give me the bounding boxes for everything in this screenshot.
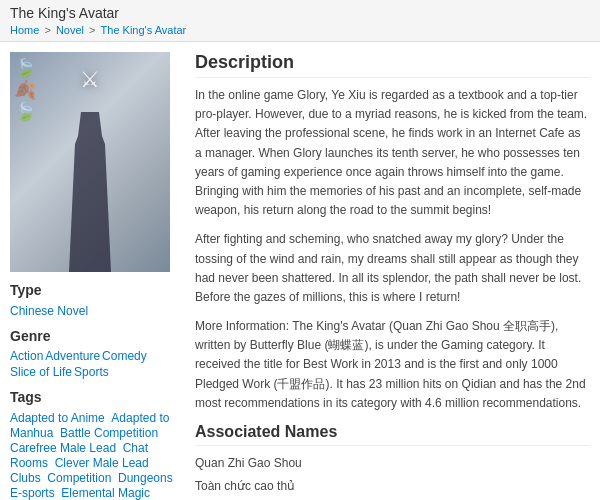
tag-clever-male-lead[interactable]: Clever Male Lead bbox=[55, 456, 149, 470]
left-column: ⚔ Type Chinese Novel Genre Action Advent… bbox=[10, 52, 185, 500]
page-header: The King's Avatar Home > Novel > The Kin… bbox=[0, 0, 600, 42]
description-p1: In the online game Glory, Ye Xiu is rega… bbox=[195, 86, 590, 220]
genre-action[interactable]: Action bbox=[10, 349, 43, 363]
cover-image: ⚔ bbox=[10, 52, 170, 272]
associated-names-list: Quan Zhi Gao ShouToàn chức cao thủเทพมาส… bbox=[195, 452, 590, 500]
description-title: Description bbox=[195, 52, 590, 78]
type-value: Chinese Novel bbox=[10, 303, 185, 318]
main-content: ⚔ Type Chinese Novel Genre Action Advent… bbox=[0, 42, 600, 500]
genre-sports[interactable]: Sports bbox=[74, 365, 109, 379]
breadcrumb: Home > Novel > The King's Avatar bbox=[10, 21, 590, 36]
cover-logo-icon: ⚔ bbox=[80, 67, 100, 93]
genre-comedy[interactable]: Comedy bbox=[102, 349, 147, 363]
associated-names-title: Associated Names bbox=[195, 423, 590, 446]
right-column: Description In the online game Glory, Ye… bbox=[195, 52, 590, 500]
breadcrumb-current[interactable]: The King's Avatar bbox=[101, 24, 187, 36]
tags-section-title: Tags bbox=[10, 389, 185, 405]
type-section-title: Type bbox=[10, 282, 185, 298]
tag-carefree-male-lead[interactable]: Carefree Male Lead bbox=[10, 441, 116, 455]
tag-elemental-magic[interactable]: Elemental Magic bbox=[61, 486, 150, 500]
cover-figure bbox=[40, 92, 140, 272]
genre-list: Action Adventure Comedy Slice of Life Sp… bbox=[10, 349, 185, 379]
description-p2: After fighting and scheming, who snatche… bbox=[195, 230, 590, 307]
assoc-name-item: Toàn chức cao thủ bbox=[195, 475, 590, 498]
tag-e-sports[interactable]: E-sports bbox=[10, 486, 55, 500]
tag-battle-competition[interactable]: Battle Competition bbox=[60, 426, 158, 440]
breadcrumb-home[interactable]: Home bbox=[10, 24, 39, 36]
genre-section-title: Genre bbox=[10, 328, 185, 344]
assoc-name-item: Quan Zhi Gao Shou bbox=[195, 452, 590, 475]
type-link[interactable]: Chinese Novel bbox=[10, 304, 88, 318]
tags-list: Adapted to Anime Adapted to Manhua Battl… bbox=[10, 410, 185, 500]
description-p3: More Information: The King's Avatar (Qua… bbox=[195, 317, 590, 413]
tag-clubs[interactable]: Clubs bbox=[10, 471, 41, 485]
tag-dungeons[interactable]: Dungeons bbox=[118, 471, 173, 485]
tag-competition[interactable]: Competition bbox=[47, 471, 111, 485]
genre-slice-of-life[interactable]: Slice of Life bbox=[10, 365, 72, 379]
tag-adapted-to-anime[interactable]: Adapted to Anime bbox=[10, 411, 105, 425]
page-title: The King's Avatar bbox=[10, 5, 590, 21]
genre-adventure[interactable]: Adventure bbox=[45, 349, 100, 363]
breadcrumb-novel[interactable]: Novel bbox=[56, 24, 84, 36]
